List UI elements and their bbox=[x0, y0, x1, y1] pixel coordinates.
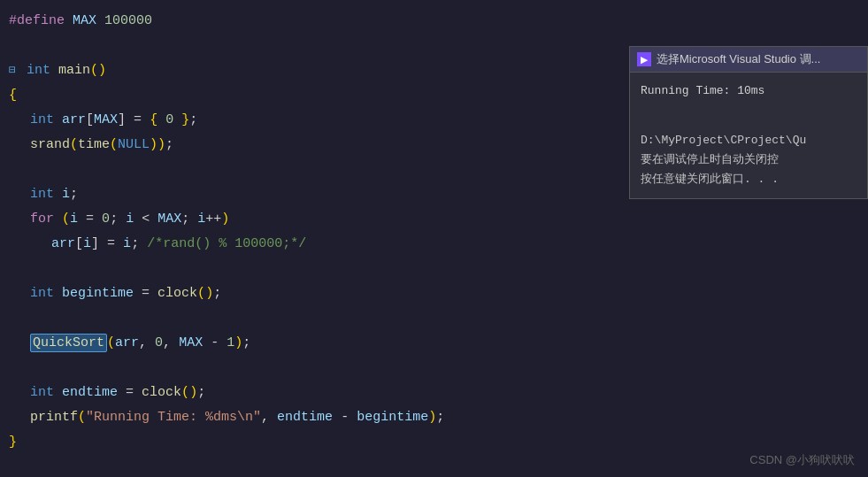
code-line-18: } bbox=[0, 430, 868, 455]
code-line-17: printf("Running Time: %dms\n", endtime -… bbox=[0, 405, 868, 430]
quicksort-highlight: QuickSort bbox=[30, 334, 107, 352]
popup-title-bar: ▶ 选择Microsoft Visual Studio 调... bbox=[630, 47, 867, 73]
popup-notice2: 按任意键关闭此窗口. . . bbox=[641, 170, 856, 189]
code-editor: #define MAX 100000 ⊟ int main() { int ar… bbox=[0, 0, 868, 477]
code-line-16: int endtime = clock(); bbox=[0, 381, 868, 405]
watermark: CSDN @小狗吠吠吠 bbox=[749, 452, 855, 468]
popup-title-text: 选择Microsoft Visual Studio 调... bbox=[657, 51, 820, 67]
code-line-9: for (i = 0; i < MAX; i++) bbox=[0, 207, 868, 232]
popup-runtime: Running Time: 10ms bbox=[641, 81, 856, 101]
code-line-10: arr[i] = i; /*rand() % 100000;*/ bbox=[0, 232, 868, 257]
code-line-11 bbox=[0, 257, 868, 281]
popup-path: D:\MyProject\CProject\Qu bbox=[641, 131, 856, 150]
popup-notice1: 要在调试停止时自动关闭控 bbox=[641, 150, 856, 170]
code-line-1: #define MAX 100000 bbox=[0, 9, 868, 34]
popup-body: Running Time: 10ms D:\MyProject\CProject… bbox=[630, 73, 867, 198]
popup-window: ▶ 选择Microsoft Visual Studio 调... Running… bbox=[629, 46, 868, 199]
code-line-13 bbox=[0, 306, 868, 331]
code-line-15 bbox=[0, 356, 868, 381]
popup-icon: ▶ bbox=[637, 52, 651, 66]
collapse-icon[interactable]: ⊟ bbox=[9, 58, 23, 83]
code-line-14: QuickSort(arr, 0, MAX - 1); bbox=[0, 331, 868, 356]
code-line-12: int begintime = clock(); bbox=[0, 281, 868, 306]
